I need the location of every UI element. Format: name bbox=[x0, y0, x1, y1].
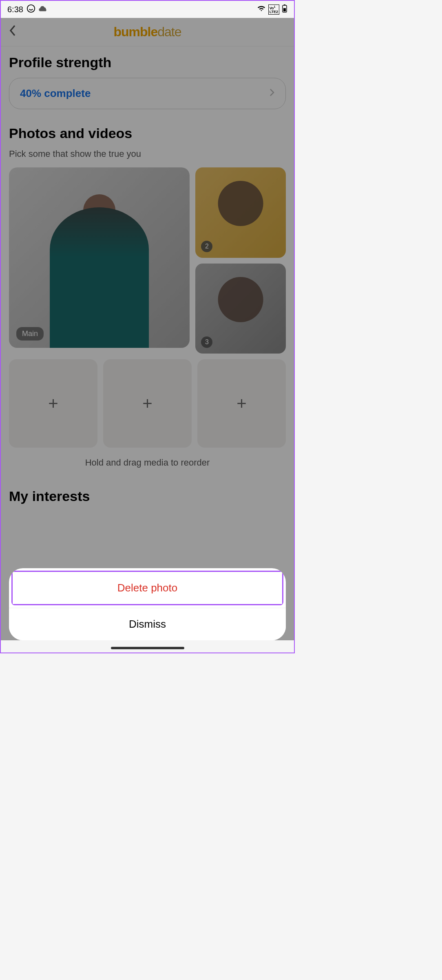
wifi-icon bbox=[257, 5, 266, 14]
nav-handle[interactable] bbox=[111, 647, 184, 649]
dismiss-button[interactable]: Dismiss bbox=[9, 608, 286, 640]
cloud-icon bbox=[39, 5, 48, 14]
svg-point-0 bbox=[27, 4, 35, 12]
modal-overlay[interactable] bbox=[1, 18, 294, 640]
svg-rect-2 bbox=[283, 8, 286, 11]
delete-photo-button[interactable]: Delete photo bbox=[13, 572, 282, 604]
whatsapp-icon bbox=[27, 4, 35, 15]
lte-icon: Vo1LTE2 bbox=[268, 4, 279, 15]
action-sheet: Delete photo Dismiss bbox=[9, 568, 286, 640]
battery-icon bbox=[282, 4, 287, 15]
status-bar: 6:38 Vo1LTE2 bbox=[1, 1, 294, 18]
svg-rect-3 bbox=[284, 4, 285, 5]
status-time: 6:38 bbox=[7, 5, 23, 14]
